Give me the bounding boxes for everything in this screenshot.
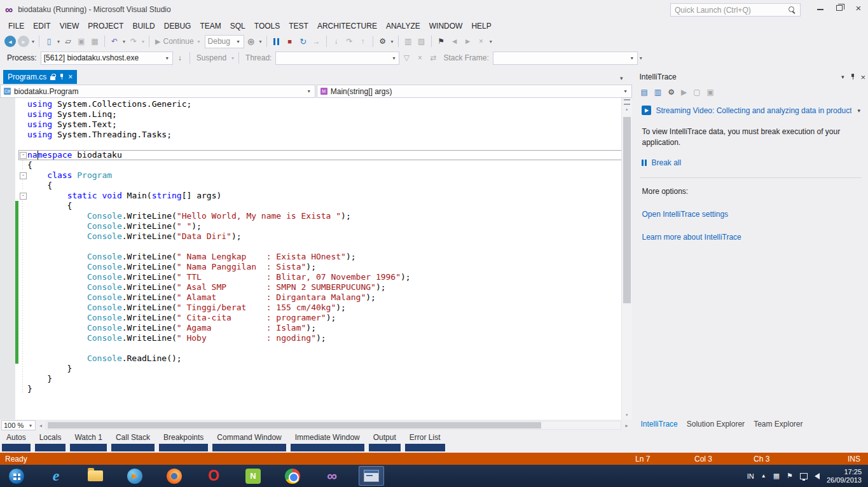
type-select[interactable]: C# biodataku.Program ▾ bbox=[0, 85, 315, 98]
learn-more-link[interactable]: Learn more about IntelliTrace bbox=[642, 233, 862, 242]
menu-view[interactable]: VIEW bbox=[55, 20, 84, 32]
code-line[interactable]: { bbox=[0, 201, 632, 211]
code-line[interactable]: static void Main(string[] args) bbox=[0, 191, 632, 201]
zoom-select[interactable]: 100 %▾ bbox=[1, 420, 36, 430]
attach-target-icon[interactable]: ◎ bbox=[245, 34, 258, 48]
code-line[interactable]: using System.Linq; bbox=[0, 109, 632, 120]
breakpoint-gutter[interactable] bbox=[0, 292, 15, 303]
opera-icon[interactable]: O bbox=[201, 466, 226, 486]
code-line[interactable]: Console.WriteLine("Data Diri"); bbox=[0, 231, 632, 242]
new-file-dropdown-icon[interactable]: ▾ bbox=[56, 39, 61, 45]
panel-tab-team-explorer[interactable]: Team Explorer bbox=[754, 420, 803, 429]
start-button[interactable] bbox=[4, 466, 29, 486]
breakpoint-gutter[interactable] bbox=[0, 170, 15, 181]
open-file-button[interactable]: ▱ bbox=[62, 34, 74, 48]
code-line[interactable]: Console.WriteLine(" Hoby : ngoding"); bbox=[0, 333, 632, 343]
undo-button[interactable]: ↶ bbox=[108, 34, 121, 48]
tool-tab-autos[interactable]: Autos bbox=[2, 433, 31, 451]
previous-bookmark-button[interactable]: ◄ bbox=[448, 34, 461, 48]
code-line[interactable]: Console.WriteLine(" TTL : Blitar, 07 Nov… bbox=[0, 272, 632, 282]
document-well-dropdown-icon[interactable]: ▾ bbox=[620, 75, 623, 81]
menu-edit[interactable]: EDIT bbox=[29, 20, 55, 32]
code-line[interactable]: Console.WriteLine(" Nama Panggilan : Sis… bbox=[0, 262, 632, 272]
calls-view-icon[interactable]: ▥ bbox=[654, 88, 661, 97]
code-line[interactable]: using System.Threading.Tasks; bbox=[0, 130, 632, 140]
toolbar-overflow-icon[interactable]: ▾ bbox=[490, 39, 492, 45]
tool-tab-call-stack[interactable]: Call Stack bbox=[111, 433, 155, 451]
breakpoint-gutter[interactable] bbox=[0, 323, 15, 333]
breakpoint-gutter[interactable] bbox=[0, 181, 15, 191]
breakpoint-gutter[interactable] bbox=[0, 272, 15, 282]
menu-help[interactable]: HELP bbox=[467, 20, 495, 32]
chrome-icon[interactable] bbox=[280, 466, 305, 486]
vertical-scroll-thumb[interactable] bbox=[623, 117, 631, 303]
breakpoint-gutter[interactable] bbox=[0, 231, 15, 242]
step-over-button[interactable]: ↷ bbox=[343, 34, 356, 48]
visual-studio-icon[interactable]: ∞ bbox=[319, 466, 345, 486]
fold-collapse-icon[interactable] bbox=[18, 191, 27, 201]
scroll-up-icon[interactable]: ▴ bbox=[622, 105, 632, 114]
save-all-button[interactable]: ▦ bbox=[88, 34, 101, 48]
save-button[interactable]: ▣ bbox=[75, 34, 88, 48]
debug-target-select[interactable]: Debug▾ bbox=[205, 35, 244, 48]
tool-tab-error-list[interactable]: Error List bbox=[405, 433, 445, 451]
file-explorer-icon[interactable] bbox=[83, 466, 108, 486]
undo-dropdown-icon[interactable]: ▾ bbox=[121, 39, 127, 45]
member-select[interactable]: M Main(string[] args) ▾ bbox=[317, 85, 632, 98]
volume-icon[interactable] bbox=[815, 473, 820, 479]
code-line[interactable]: Console.WriteLine(" "); bbox=[0, 221, 632, 231]
save-log-icon[interactable]: ▣ bbox=[707, 88, 714, 97]
internet-explorer-icon[interactable]: e bbox=[43, 466, 69, 486]
panel-tab-solution-explorer[interactable]: Solution Explorer bbox=[687, 420, 745, 429]
code-line[interactable]: } bbox=[0, 384, 632, 394]
clear-bookmarks-button[interactable]: × bbox=[475, 34, 488, 48]
taskbar-clock[interactable]: 17:25 26/09/2013 bbox=[827, 468, 864, 484]
running-console-app-icon[interactable] bbox=[359, 466, 384, 486]
open-settings-link[interactable]: Open IntelliTrace settings bbox=[642, 210, 862, 219]
break-all-link[interactable]: Break all bbox=[651, 158, 681, 167]
tool-tab-command-window[interactable]: Command Window bbox=[212, 433, 286, 451]
notepad-plus-plus-icon[interactable]: N bbox=[240, 466, 266, 486]
breakpoint-gutter[interactable] bbox=[0, 191, 15, 201]
redo-button[interactable]: ↷ bbox=[127, 34, 140, 48]
breakpoint-gutter[interactable] bbox=[0, 109, 15, 120]
breakpoint-gutter[interactable] bbox=[0, 120, 15, 130]
code-line[interactable]: namespace biodataku bbox=[0, 150, 632, 160]
stack-frame-select[interactable]: ▾ bbox=[493, 51, 638, 65]
menu-debug[interactable]: DEBUG bbox=[160, 20, 196, 32]
code-line[interactable]: Console.WriteLine(" Cita-cita : programe… bbox=[0, 313, 632, 323]
tool-tab-breakpoints[interactable]: Breakpoints bbox=[159, 433, 208, 451]
menu-project[interactable]: PROJECT bbox=[83, 20, 128, 32]
breakpoint-gutter[interactable] bbox=[0, 343, 15, 353]
show-next-statement-button[interactable]: → bbox=[310, 34, 323, 48]
menu-sql[interactable]: SQL bbox=[226, 20, 250, 32]
code-line[interactable]: Console.WriteLine(" Asal SMP : SMPN 2 SU… bbox=[0, 282, 632, 292]
process-select[interactable]: [5612] biodataku.vshost.exe▾ bbox=[41, 51, 173, 65]
video-collapse-icon[interactable]: ▾ bbox=[856, 107, 862, 114]
show-frame-icon[interactable]: ▢ bbox=[693, 88, 700, 97]
thread-select[interactable]: ▾ bbox=[275, 51, 399, 65]
code-line[interactable] bbox=[0, 242, 632, 252]
scroll-right-icon[interactable]: ▸ bbox=[622, 423, 632, 429]
menu-tools[interactable]: TOOLS bbox=[250, 20, 284, 32]
code-line[interactable]: Console.WriteLine("Hello World, My name … bbox=[0, 211, 632, 221]
breakpoint-gutter[interactable] bbox=[0, 140, 15, 150]
panel-close-icon[interactable]: × bbox=[860, 72, 865, 82]
breakpoint-gutter[interactable] bbox=[0, 262, 15, 272]
menu-analyze[interactable]: ANALYZE bbox=[382, 20, 425, 32]
fold-collapse-icon[interactable] bbox=[18, 170, 27, 181]
redo-dropdown-icon[interactable]: ▾ bbox=[141, 39, 146, 45]
menu-test[interactable]: TEST bbox=[284, 20, 313, 32]
quick-launch-input[interactable]: Quick Launch (Ctrl+Q) bbox=[670, 3, 801, 17]
suspend-button[interactable]: Suspend bbox=[193, 53, 230, 62]
navigation-dropdown-icon[interactable]: ▾ bbox=[31, 39, 36, 45]
scroll-left-icon[interactable]: ◂ bbox=[36, 423, 46, 429]
breakpoint-gutter[interactable] bbox=[0, 221, 15, 231]
find-in-files-button[interactable]: ▥ bbox=[402, 34, 415, 48]
restore-button[interactable] bbox=[830, 0, 849, 15]
window-position-icon[interactable]: ▾ bbox=[840, 74, 846, 80]
break-all-button[interactable] bbox=[270, 34, 283, 48]
breakpoint-gutter[interactable] bbox=[0, 282, 15, 292]
breakpoint-gutter[interactable] bbox=[0, 313, 15, 323]
split-editor-handle[interactable] bbox=[624, 99, 630, 105]
